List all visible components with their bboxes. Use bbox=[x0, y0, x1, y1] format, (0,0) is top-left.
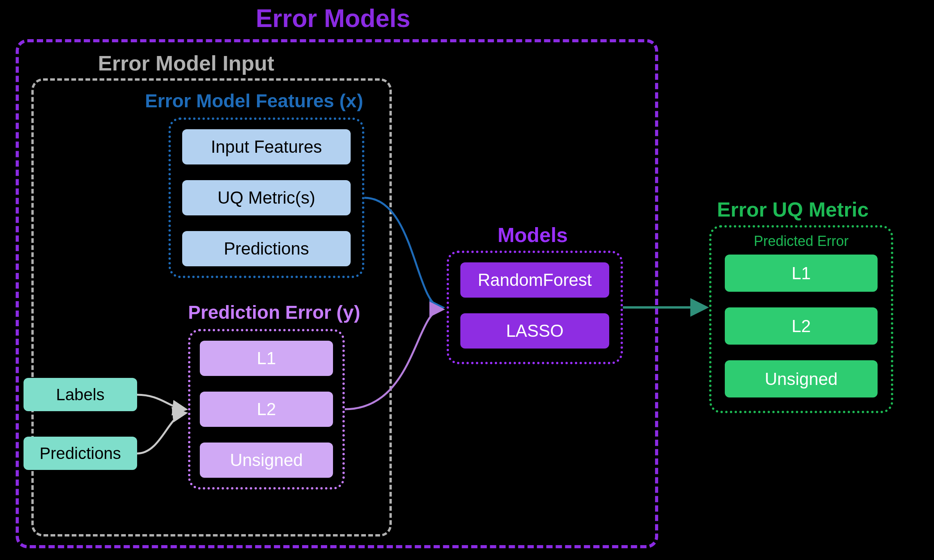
prediction-error-title-suffix: ) bbox=[354, 302, 360, 323]
error-model-features-title-prefix: Error Model Features ( bbox=[145, 90, 346, 111]
prediction-error-title-prefix: Prediction Error ( bbox=[188, 302, 343, 323]
small-input-labels: Labels bbox=[24, 378, 137, 411]
feature-uq-metrics: UQ Metric(s) bbox=[182, 180, 351, 215]
models-title: Models bbox=[498, 223, 568, 247]
error-model-features-title: Error Model Features (x) bbox=[145, 90, 363, 113]
feature-input-features: Input Features bbox=[182, 129, 351, 164]
model-random-forest: RandomForest bbox=[460, 262, 609, 298]
small-input-predictions: Predictions bbox=[24, 437, 137, 470]
predicted-error-subtitle: Predicted Error bbox=[709, 233, 893, 249]
error-model-features-title-suffix: ) bbox=[357, 90, 363, 111]
error-uq-l1: L1 bbox=[725, 255, 878, 292]
prediction-error-title-var: y bbox=[343, 303, 354, 324]
error-model-input-title: Error Model Input bbox=[98, 51, 274, 75]
error-uq-l2: L2 bbox=[725, 307, 878, 345]
prediction-error-l1: L1 bbox=[200, 341, 333, 376]
model-lasso: LASSO bbox=[460, 313, 609, 349]
prediction-error-l2: L2 bbox=[200, 392, 333, 427]
prediction-error-title: Prediction Error (y) bbox=[188, 302, 360, 324]
feature-predictions: Predictions bbox=[182, 231, 351, 266]
error-models-title: Error Models bbox=[0, 4, 666, 33]
error-uq-unsigned: Unsigned bbox=[725, 360, 878, 397]
error-uq-metric-title: Error UQ Metric bbox=[717, 198, 869, 221]
error-model-features-title-var: x bbox=[346, 92, 357, 113]
prediction-error-unsigned: Unsigned bbox=[200, 443, 333, 478]
